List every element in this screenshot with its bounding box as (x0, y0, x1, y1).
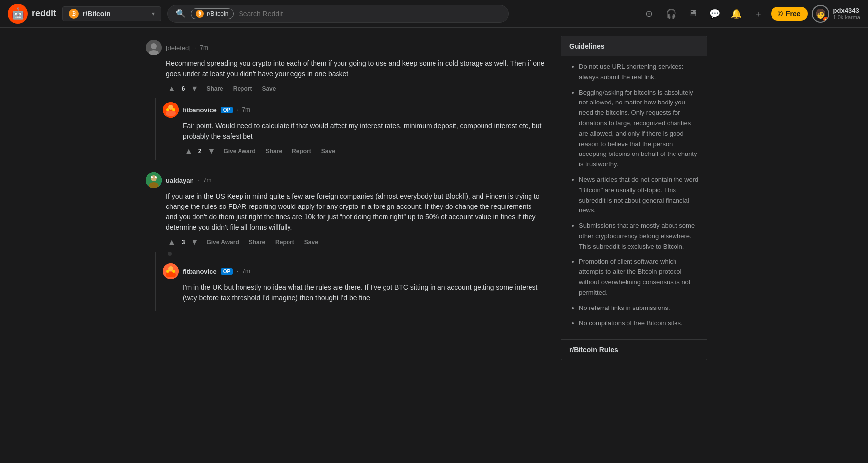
save-button-ualdayan[interactable]: Save (300, 237, 322, 248)
chevron-down-icon: ▾ (152, 10, 155, 17)
dot-connector-2 (162, 252, 545, 256)
screen-icon-button[interactable]: 🖥 (684, 5, 702, 23)
search-badge-icon: ₿ (196, 10, 204, 18)
coin-icon: © (778, 10, 783, 18)
avatar-fitbanovice-2 (163, 263, 179, 279)
op-badge-2: OP (221, 268, 233, 275)
subreddit-icon: ₿ (69, 9, 79, 19)
save-button-fitbanovice-1[interactable]: Save (317, 146, 339, 156)
free-badge-button[interactable]: © Free (771, 7, 808, 21)
user-avatar: 🧑 🔥 (812, 5, 829, 23)
user-menu[interactable]: 🧑 🔥 pdx4343 1.0k karma (812, 5, 860, 23)
vote-count-ualdayan: 3 (182, 239, 185, 246)
share-button-deleted[interactable]: Share (202, 83, 227, 94)
bitcoin-rules-header: r/Bitcoin Rules (561, 339, 707, 360)
list-item: Begging/asking for bitcoins is absolutel… (579, 88, 699, 170)
thread-dot (168, 252, 172, 256)
comment-deleted: [deleted] · 7m Recommend spreading you c… (145, 36, 545, 98)
svg-point-17 (172, 270, 175, 273)
time-fitbanovice-1: 7m (242, 106, 250, 113)
logo[interactable]: 🤖 reddit (8, 4, 56, 24)
karma-badge: 🔥 (822, 16, 829, 23)
subreddit-name: r/Bitcoin (83, 10, 111, 18)
svg-rect-15 (166, 272, 176, 277)
bell-icon-button[interactable]: 🔔 (727, 5, 745, 23)
svg-point-7 (172, 108, 175, 111)
time-fitbanovice-2: 7m (242, 268, 250, 275)
save-button-deleted[interactable]: Save (258, 83, 280, 94)
downvote-ualdayan[interactable] (189, 237, 201, 248)
comment-fitbanovice-1: fitbanovice OP · 7m Fair point. Would ne… (162, 98, 545, 160)
comment-header-ualdayan: ualdayan · 7m (146, 172, 545, 188)
downvote-deleted[interactable] (189, 83, 201, 94)
svg-point-9 (151, 175, 157, 181)
svg-rect-5 (166, 111, 176, 116)
svg-point-16 (166, 270, 169, 273)
downvote-fitbanovice-1[interactable] (206, 146, 218, 156)
list-item: No referral links in submissions. (579, 303, 699, 313)
reddit-logo-icon: 🤖 (8, 4, 28, 24)
comment-body-ualdayan: If you are in the US Keep in mind quite … (166, 191, 545, 233)
chat-icon-button[interactable]: 💬 (706, 5, 723, 23)
svg-point-6 (166, 108, 169, 111)
time-ualdayan: 7m (203, 177, 212, 184)
comment-thread: [deleted] · 7m Recommend spreading you c… (145, 36, 545, 311)
upvote-fitbanovice-1[interactable] (183, 146, 194, 156)
author-fitbanovice-1: fitbanovice (183, 106, 217, 114)
upvote-icon-ua (168, 238, 176, 247)
compass-icon-button[interactable]: ⊙ (640, 5, 658, 23)
give-award-button-fitbanovice-1[interactable]: Give Award (219, 146, 259, 156)
comment-time-deleted-val: 7m (200, 44, 208, 51)
plus-icon-button[interactable]: ＋ (749, 5, 767, 23)
subreddit-selector[interactable]: ₿ r/Bitcoin ▾ (62, 6, 161, 21)
svg-point-12 (155, 176, 157, 178)
avatar-deleted (146, 40, 162, 55)
share-button-ualdayan[interactable]: Share (245, 237, 269, 248)
comment-fitbanovice-2: fitbanovice OP · 7m I'm in the UK but ho… (162, 259, 545, 311)
upvote-ualdayan[interactable] (166, 237, 178, 248)
nested-indent-1: fitbanovice OP · 7m Fair point. Would ne… (155, 98, 545, 160)
nested-indent-2: fitbanovice OP · 7m I'm in the UK but ho… (155, 252, 545, 311)
vote-count-fitbanovice-1: 2 (198, 148, 202, 154)
give-award-button-ualdayan[interactable]: Give Award (202, 237, 242, 248)
sidebar: Guidelines Do not use URL shortening ser… (553, 28, 707, 463)
author-fitbanovice-2: fitbanovice (183, 268, 217, 275)
comment-actions-deleted: 6 Share Report Save (166, 83, 545, 94)
upvote-icon (168, 84, 176, 93)
site-header: 🤖 reddit ₿ r/Bitcoin ▾ 🔍 ₿ r/Bitcoin ⊙ 🎧… (0, 0, 868, 28)
logo-text: reddit (32, 8, 56, 19)
headphones-icon-button[interactable]: 🎧 (662, 5, 680, 23)
upvote-deleted[interactable] (166, 83, 178, 94)
svg-point-1 (151, 43, 157, 49)
deleted-author: [deleted] (166, 44, 191, 51)
downvote-icon (191, 84, 199, 93)
search-subreddit-badge: ₿ r/Bitcoin (191, 8, 234, 19)
comment-body-fitbanovice-2: I'm in the UK but honestly no idea what … (183, 282, 545, 303)
op-badge-1: OP (221, 107, 233, 113)
comment-header-deleted: [deleted] · 7m (146, 40, 545, 55)
list-item: Do not use URL shortening services: alwa… (579, 62, 699, 83)
header-actions: ⊙ 🎧 🖥 💬 🔔 ＋ © Free 🧑 🔥 pdx4343 1.0k karm… (640, 5, 860, 23)
username-label: pdx4343 (833, 7, 860, 14)
dot-sep-ua: · (197, 177, 199, 184)
dot-sep-1: · (237, 106, 238, 113)
report-button-ualdayan[interactable]: Report (271, 237, 298, 248)
guidelines-card: Guidelines Do not use URL shortening ser… (561, 36, 707, 360)
comment-body-fitbanovice-1: Fair point. Would need to calculate if t… (183, 121, 545, 142)
search-input[interactable] (239, 10, 500, 18)
comment-actions-fitbanovice-1: 2 Give Award Share Report Save (183, 146, 545, 156)
downvote-icon-ua (191, 238, 199, 247)
search-bar[interactable]: 🔍 ₿ r/Bitcoin (167, 5, 509, 23)
comment-actions-ualdayan: 3 Give Award Share Report Save (166, 237, 545, 248)
list-item: News articles that do not contain the wo… (579, 175, 699, 216)
share-button-fitbanovice-1[interactable]: Share (262, 146, 286, 156)
report-button-fitbanovice-1[interactable]: Report (288, 146, 315, 156)
report-button-deleted[interactable]: Report (229, 83, 256, 94)
guidelines-body: Do not use URL shortening services: alwa… (561, 56, 707, 339)
comment-ualdayan: ualdayan · 7m If you are in the US Keep … (145, 168, 545, 252)
comment-time-deleted: · (194, 44, 196, 51)
content-area: [deleted] · 7m Recommend spreading you c… (137, 28, 553, 463)
avatar-ualdayan (146, 172, 162, 188)
dot-sep-f2: · (237, 268, 238, 275)
comment-header-fitbanovice-2: fitbanovice OP · 7m (163, 263, 545, 279)
